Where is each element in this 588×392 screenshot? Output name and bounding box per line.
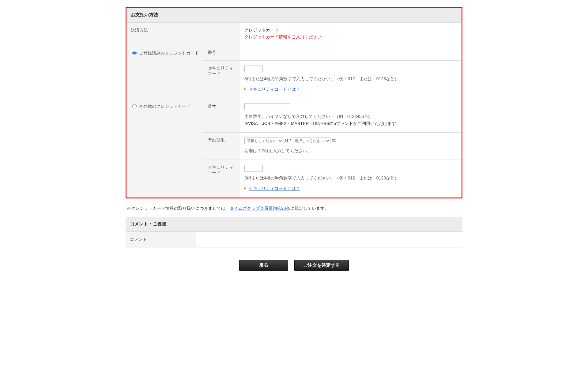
expiry-month-select[interactable]: 選択してください xyxy=(244,138,283,144)
other-security-cell: 3桁または4桁の半角数字で入力してください。（例：012 または 0123など）… xyxy=(240,160,462,197)
arrow-icon xyxy=(244,88,246,90)
other-number-help2: ※VISA・JCB・AMEX・MASTER・DINERSの5ブランドがご利用いた… xyxy=(244,120,457,127)
other-security-help: 3桁または4桁の半角数字で入力してください。（例：012 または 0123など） xyxy=(244,175,457,182)
other-card-group: その他のクレジットカード xyxy=(126,98,203,197)
other-security-input[interactable] xyxy=(244,165,263,172)
registered-security-cell: 3桁または4桁の半角数字で入力してください。（例：012 または 0123など）… xyxy=(240,61,462,98)
registered-card-radio[interactable] xyxy=(132,51,137,55)
other-expiry-cell: 選択してください 月 / 選択してください 年 西暦は下2桁を入力してください。 xyxy=(240,133,462,160)
other-number-help1: 半角数字、ハイフンなしで入力してください。（例：012345678） xyxy=(244,113,457,120)
terms-link[interactable]: タイムズクラブ会員規約第23条 xyxy=(230,206,290,211)
registered-security-help: 3桁または4桁の半角数字で入力してください。（例：012 または 0123など） xyxy=(244,75,457,83)
registered-security-input[interactable] xyxy=(244,66,263,72)
registered-number-value xyxy=(240,45,462,61)
comment-value xyxy=(196,232,462,247)
button-row: 戻る ご注文を確定する xyxy=(126,260,462,271)
arrow-icon xyxy=(244,187,246,190)
comment-label: コメント xyxy=(126,232,196,247)
other-number-input[interactable] xyxy=(244,103,290,110)
other-expiry-label: 有効期限 xyxy=(203,133,240,160)
payment-method-note: クレジットカード情報をご入力ください xyxy=(244,34,457,40)
expiry-help: 西暦は下2桁を入力してください。 xyxy=(244,147,457,155)
expiry-month-suffix: 月 / xyxy=(284,138,291,143)
other-card-radio-label[interactable]: その他のクレジットカード xyxy=(131,104,190,109)
registered-security-label: セキュリティコード xyxy=(203,61,240,98)
other-security-label: セキュリティコード xyxy=(203,160,240,197)
payment-method-label: 決済方法 xyxy=(126,23,240,45)
footnote-prefix: ※クレジットカード情報の取り扱いにつきましては、 xyxy=(127,206,230,211)
payment-section: お支払い方法 決済方法 クレジットカード クレジットカード情報をご入力ください … xyxy=(126,7,462,198)
confirm-order-button[interactable]: ご注文を確定する xyxy=(294,260,349,271)
registered-security-link[interactable]: セキュリティコードとは？ xyxy=(249,87,300,92)
other-security-link[interactable]: セキュリティコードとは？ xyxy=(249,186,300,191)
registered-number-label: 番号 xyxy=(203,45,240,61)
comment-table: コメント xyxy=(126,232,462,247)
expiry-year-suffix: 年 xyxy=(332,138,336,143)
payment-section-title: お支払い方法 xyxy=(126,8,462,22)
payment-table: 決済方法 クレジットカード クレジットカード情報をご入力ください ご登録済みのク… xyxy=(126,22,462,198)
registered-card-radio-label[interactable]: ご登録済みのクレジットカード xyxy=(131,51,199,55)
footnote-suffix: に規定しています。 xyxy=(290,206,329,211)
comment-section-title: コメント・ご要望 xyxy=(126,217,462,232)
payment-method-value: クレジットカード xyxy=(244,28,457,33)
comment-section: コメント・ご要望 コメント xyxy=(126,217,462,247)
other-number-cell: 半角数字、ハイフンなしで入力してください。（例：012345678） ※VISA… xyxy=(240,98,462,133)
payment-method-value-cell: クレジットカード クレジットカード情報をご入力ください xyxy=(240,23,462,45)
expiry-year-select[interactable]: 選択してください xyxy=(292,138,330,144)
terms-footnote: ※クレジットカード情報の取り扱いにつきましては、タイムズクラブ会員規約第23条に… xyxy=(127,206,461,211)
registered-card-group: ご登録済みのクレジットカード xyxy=(126,45,203,98)
other-card-radio[interactable] xyxy=(132,104,137,108)
other-number-label: 番号 xyxy=(203,98,240,133)
back-button[interactable]: 戻る xyxy=(239,260,288,271)
